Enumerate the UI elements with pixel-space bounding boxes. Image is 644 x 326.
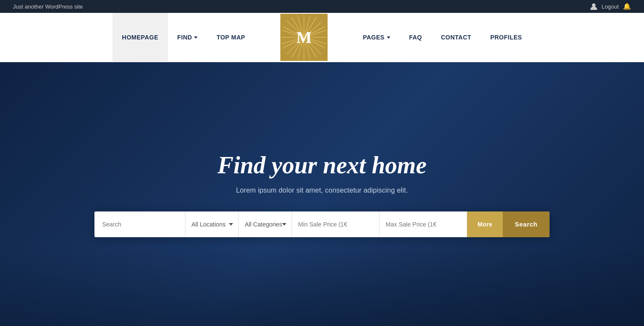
user-icon	[590, 3, 597, 10]
nav-left: HOMEPAGE FIND TOP MAP	[112, 13, 255, 62]
top-bar-right: Logout 🔔	[590, 3, 631, 10]
bell-icon[interactable]: 🔔	[623, 3, 631, 10]
nav-item-find[interactable]: FIND	[168, 13, 207, 62]
nav-item-topmap[interactable]: TOP MAP	[207, 13, 255, 62]
nav-item-homepage[interactable]: HOMEPAGE	[112, 13, 168, 62]
nav-item-contact[interactable]: CONTACT	[431, 13, 481, 62]
top-bar: Just another WordPress site Logout 🔔	[0, 0, 644, 13]
hero-content: Find your next home Lorem ipsum dolor si…	[218, 151, 427, 194]
max-price-input[interactable]	[380, 211, 467, 237]
nav-item-profiles[interactable]: PROFILES	[481, 13, 532, 62]
location-select[interactable]: All Locations New York Los Angeles Chica…	[185, 211, 239, 237]
search-button[interactable]: Search	[503, 211, 550, 237]
site-tagline: Just another WordPress site	[13, 3, 83, 10]
navbar: HOMEPAGE FIND TOP MAP	[0, 13, 644, 62]
nav-item-faq[interactable]: FAQ	[400, 13, 431, 62]
hero-section: Find your next home Lorem ipsum dolor si…	[0, 62, 644, 326]
hero-subtitle: Lorem ipsum dolor sit amet, consectetur …	[218, 187, 427, 194]
min-price-input[interactable]	[292, 211, 380, 237]
logo-letter: M	[296, 28, 312, 47]
more-button[interactable]: More	[467, 211, 503, 237]
pages-dropdown-icon	[387, 36, 390, 39]
nav-item-pages[interactable]: PAGES	[353, 13, 399, 62]
svg-point-0	[592, 3, 595, 7]
hero-title: Find your next home	[218, 151, 427, 179]
category-select[interactable]: All Categories House Apartment Commercia…	[239, 211, 292, 237]
search-input[interactable]	[94, 211, 185, 237]
logout-label[interactable]: Logout	[601, 3, 619, 10]
search-bar: All Locations New York Los Angeles Chica…	[94, 211, 550, 237]
nav-right: PAGES FAQ CONTACT PROFILES	[353, 13, 532, 62]
find-dropdown-icon	[194, 36, 197, 39]
hero-city-silhouette	[0, 249, 644, 326]
site-logo[interactable]: M	[280, 14, 328, 61]
